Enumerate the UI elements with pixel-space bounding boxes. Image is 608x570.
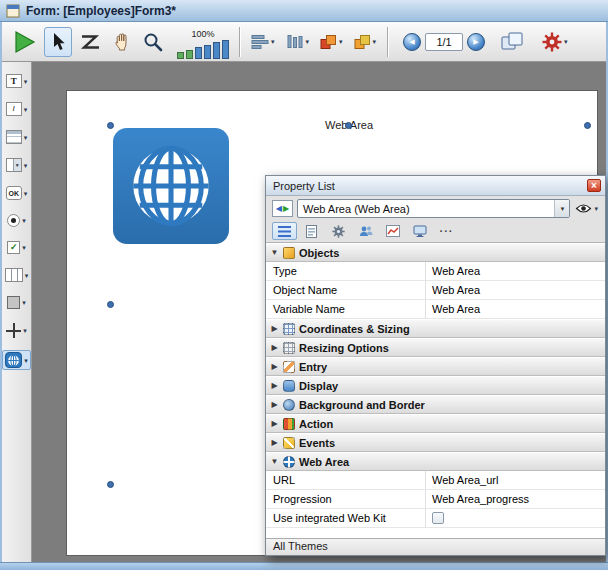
- chevron-down-icon[interactable]: ▾: [23, 327, 27, 334]
- radio-button-tool[interactable]: ▾: [4, 212, 29, 229]
- chevron-down-icon[interactable]: ▾: [22, 244, 26, 251]
- chevron-down-icon[interactable]: ▾: [271, 38, 275, 45]
- align-tool-button[interactable]: ▾: [247, 27, 279, 57]
- previous-page-button[interactable]: ◀: [403, 33, 421, 51]
- section-resizing-options[interactable]: ▶Resizing Options: [266, 338, 605, 357]
- property-value[interactable]: [426, 509, 605, 527]
- run-form-button[interactable]: [7, 27, 41, 57]
- hand-tool-button[interactable]: [108, 27, 136, 57]
- tab-more[interactable]: ···: [434, 222, 459, 240]
- window-title: Form: [Employees]Form3*: [26, 4, 176, 18]
- field-tool[interactable]: I▾: [3, 100, 31, 118]
- distribute-tool-button[interactable]: ▾: [282, 27, 314, 57]
- chevron-down-icon[interactable]: ▾: [564, 38, 568, 45]
- chevron-down-icon[interactable]: ▾: [339, 38, 343, 45]
- disclosure-triangle-icon[interactable]: ▶: [270, 382, 279, 390]
- section-action[interactable]: ▶Action: [266, 414, 605, 433]
- selection-handle[interactable]: [107, 481, 114, 488]
- selection-handle[interactable]: [107, 122, 114, 129]
- selection-handle[interactable]: [584, 122, 591, 129]
- property-value[interactable]: Web Area: [426, 300, 605, 318]
- section-objects[interactable]: ▼Objects: [266, 243, 605, 262]
- layers-tool-button[interactable]: ▾: [316, 27, 347, 57]
- section-background-and-border[interactable]: ▶Background and Border: [266, 395, 605, 414]
- form-pages-button[interactable]: [496, 27, 529, 57]
- chevron-down-icon[interactable]: ▾: [24, 190, 28, 197]
- property-list-titlebar[interactable]: Property List ×: [266, 176, 605, 196]
- property-value[interactable]: Web Area: [426, 281, 605, 299]
- disclosure-triangle-icon[interactable]: ▶: [270, 325, 279, 333]
- section-coordinates-sizing[interactable]: ▶Coordinates & Sizing: [266, 319, 605, 338]
- property-row-progression: ProgressionWeb Area_progress: [266, 490, 605, 509]
- zoom-bars-icon: [177, 39, 229, 59]
- entry-icon: [283, 361, 295, 373]
- disclosure-triangle-icon[interactable]: ▼: [270, 249, 279, 257]
- section-events[interactable]: ▶Events: [266, 433, 605, 452]
- background-icon: [283, 399, 295, 411]
- gear-icon: [332, 225, 345, 238]
- next-page-button[interactable]: ▶: [467, 33, 485, 51]
- combo-box-tool[interactable]: ▼▾: [3, 156, 31, 174]
- tab-chart[interactable]: [380, 222, 405, 240]
- section-web-area[interactable]: ▼Web Area: [266, 452, 605, 471]
- disclosure-triangle-icon[interactable]: ▶: [270, 401, 279, 409]
- property-value[interactable]: Web Area_progress: [426, 490, 605, 508]
- select-tool-button[interactable]: [44, 27, 72, 57]
- property-label: Object Name: [266, 281, 426, 299]
- settings-gear-button[interactable]: ▾: [538, 27, 572, 57]
- disclosure-triangle-icon[interactable]: ▶: [270, 420, 279, 428]
- chevron-down-icon[interactable]: ▾: [24, 357, 28, 364]
- object-selector-dropdown[interactable]: Web Area (Web Area) ▼: [297, 199, 570, 218]
- selection-handle[interactable]: [107, 301, 114, 308]
- chevron-down-icon[interactable]: ▾: [22, 217, 26, 224]
- form-window-icon: [6, 4, 20, 18]
- text-tool[interactable]: T▾: [3, 72, 31, 90]
- zoom-control[interactable]: 100%: [174, 25, 232, 59]
- chevron-down-icon[interactable]: ▾: [306, 38, 310, 45]
- magnify-tool-button[interactable]: [139, 27, 167, 57]
- pen-tool-button[interactable]: [75, 27, 105, 57]
- page-indicator-field[interactable]: 1/1: [425, 33, 463, 51]
- button-tool[interactable]: OK▾: [3, 184, 31, 202]
- object-navigation-button[interactable]: ◀ ▶: [272, 200, 293, 217]
- chevron-down-icon[interactable]: ▾: [373, 38, 377, 45]
- chevron-down-icon[interactable]: ▾: [24, 162, 28, 169]
- chevron-down-icon[interactable]: ▾: [24, 134, 28, 141]
- property-value[interactable]: Web Area_url: [426, 471, 605, 489]
- rectangle-tool[interactable]: ▾: [4, 294, 29, 311]
- tab-all-properties[interactable]: [272, 222, 297, 240]
- disclosure-triangle-icon[interactable]: ▶: [270, 363, 279, 371]
- tab-form-properties[interactable]: [299, 222, 324, 240]
- section-entry[interactable]: ▶Entry: [266, 357, 605, 376]
- splitter-tool[interactable]: ▾: [3, 321, 30, 340]
- cube-icon: [283, 247, 295, 259]
- tool-palette: T▾I▾▾▼▾OK▾▾✓▾▾▾▾▾: [2, 62, 32, 562]
- chevron-down-icon[interactable]: ▾: [25, 272, 29, 279]
- tab-settings[interactable]: [326, 222, 351, 240]
- close-button[interactable]: ×: [587, 179, 601, 192]
- disclosure-triangle-icon[interactable]: ▼: [270, 458, 279, 466]
- duplicate-tool-button[interactable]: ▾: [350, 27, 381, 57]
- chevron-down-icon[interactable]: ▾: [24, 78, 28, 85]
- section-display[interactable]: ▶Display: [266, 376, 605, 395]
- chevron-down-icon[interactable]: ▾: [22, 299, 26, 306]
- property-label: Use integrated Web Kit: [266, 509, 426, 527]
- distribute-icon: [286, 34, 304, 50]
- themes-filter-button[interactable]: All Themes: [266, 538, 605, 555]
- checkbox-tool[interactable]: ✓▾: [4, 239, 29, 256]
- section-label: Entry: [299, 361, 327, 373]
- selection-handle[interactable]: [345, 122, 352, 129]
- tab-users[interactable]: [353, 222, 378, 240]
- chevron-down-icon: ▾: [594, 205, 598, 212]
- webarea-icon: [283, 456, 295, 468]
- view-options-button[interactable]: ▾: [574, 203, 599, 214]
- listbox-tool[interactable]: ▾: [3, 128, 31, 146]
- use-integrated-web-kit-checkbox[interactable]: [432, 512, 444, 524]
- disclosure-triangle-icon[interactable]: ▶: [270, 439, 279, 447]
- web-area-tool[interactable]: ▾: [2, 350, 31, 370]
- property-value[interactable]: Web Area: [426, 262, 605, 280]
- disclosure-triangle-icon[interactable]: ▶: [270, 344, 279, 352]
- tab-display[interactable]: [407, 222, 432, 240]
- chevron-down-icon[interactable]: ▾: [24, 106, 28, 113]
- splitter-bar-tool[interactable]: ▾: [2, 266, 32, 284]
